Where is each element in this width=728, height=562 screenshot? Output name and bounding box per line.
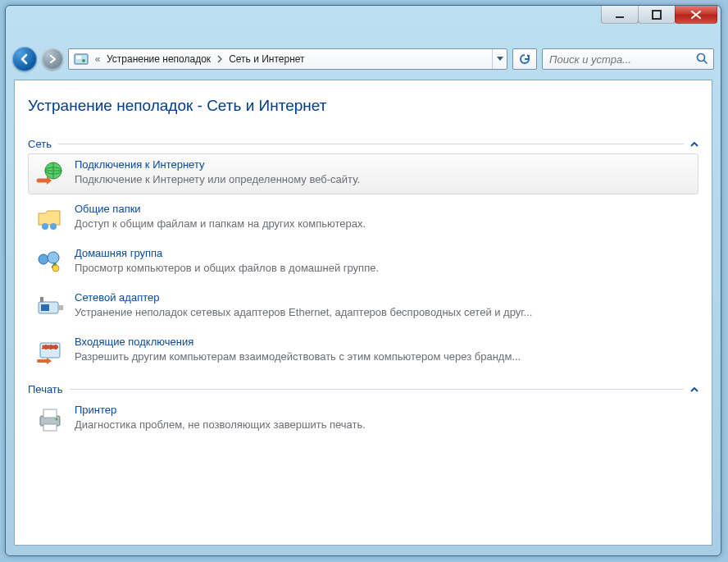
item-desc: Просмотр компьютеров и общих файлов в до…	[75, 261, 693, 275]
minimize-button[interactable]	[601, 6, 639, 24]
svg-line-6	[704, 60, 708, 63]
section-header-print[interactable]: Печать	[28, 383, 698, 395]
svg-point-12	[48, 252, 59, 263]
item-desc: Устранение неполадок сетевых адаптеров E…	[75, 305, 693, 319]
troubleshooter-network-adapter[interactable]: Сетевой адаптер Устранение неполадок сет…	[28, 286, 698, 327]
svg-rect-0	[616, 16, 624, 18]
svg-point-9	[42, 223, 48, 230]
svg-rect-3	[76, 56, 81, 59]
item-title: Подключения к Интернету	[75, 158, 693, 172]
back-button[interactable]	[12, 47, 37, 71]
section-divider	[70, 389, 684, 390]
breadcrumb-seg-2[interactable]: Сеть и Интернет	[224, 49, 309, 69]
globe-arrow-icon	[34, 158, 66, 190]
troubleshooter-shared-folders[interactable]: Общие папки Доступ к общим файлам и папк…	[28, 198, 698, 239]
content-pane: Устранение неполадок - Сеть и Интернет С…	[14, 80, 712, 546]
nav-row: « Устранение неполадок Сеть и Интернет	[12, 45, 714, 73]
item-title: Общие папки	[75, 202, 693, 217]
network-adapter-icon	[34, 290, 66, 323]
address-dropdown[interactable]	[492, 49, 507, 69]
svg-rect-19	[42, 345, 58, 350]
troubleshooter-incoming-connections[interactable]: Входящие подключения Разрешить другим ко…	[28, 331, 698, 372]
window-caption-buttons	[602, 6, 717, 24]
page-title: Устранение неполадок - Сеть и Интернет	[28, 97, 698, 115]
svg-rect-16	[58, 305, 63, 310]
page-body: Устранение неполадок - Сеть и Интернет С…	[15, 80, 712, 453]
maximize-button[interactable]	[638, 6, 676, 24]
item-desc: Подключение к Интернету или определенном…	[75, 172, 693, 186]
explorer-window: « Устранение неполадок Сеть и Интернет	[5, 5, 721, 556]
svg-point-10	[50, 223, 57, 230]
item-desc: Доступ к общим файлам и папкам на других…	[75, 217, 693, 231]
item-title: Принтер	[75, 403, 693, 418]
control-panel-icon	[72, 50, 90, 68]
forward-button[interactable]	[42, 48, 63, 70]
item-title: Домашняя группа	[75, 246, 693, 261]
search-icon[interactable]	[695, 52, 708, 67]
troubleshooter-homegroup[interactable]: Домашняя группа Просмотр компьютеров и о…	[28, 242, 698, 283]
search-box[interactable]	[542, 48, 714, 70]
svg-point-4	[82, 59, 85, 62]
section-label: Печать	[28, 383, 63, 395]
close-button[interactable]	[675, 6, 717, 24]
troubleshooter-internet-connections[interactable]: Подключения к Интернету Подключение к Ин…	[28, 153, 698, 194]
svg-rect-1	[653, 11, 661, 19]
breadcrumb-seg-1[interactable]: Устранение неполадок	[102, 49, 216, 69]
svg-rect-17	[40, 297, 43, 302]
troubleshooter-printer[interactable]: Принтер Диагностика проблем, не позволяю…	[28, 399, 698, 440]
section-header-network[interactable]: Сеть	[28, 138, 698, 150]
svg-rect-22	[43, 409, 57, 418]
breadcrumb-arrow-icon[interactable]	[216, 55, 224, 63]
section-divider	[58, 144, 684, 144]
item-title: Входящие подключения	[75, 335, 693, 350]
printer-icon	[34, 403, 66, 436]
item-desc: Диагностика проблем, не позволяющих заве…	[75, 418, 693, 432]
search-input[interactable]	[548, 53, 695, 66]
firewall-incoming-icon	[34, 335, 66, 368]
item-title: Сетевой адаптер	[75, 290, 693, 305]
item-desc: Разрешить другим компьютерам взаимодейст…	[75, 350, 693, 363]
svg-rect-23	[43, 424, 57, 431]
svg-point-11	[39, 254, 48, 264]
homegroup-icon	[34, 246, 66, 279]
breadcrumb-prev-icon[interactable]: «	[93, 53, 102, 65]
shared-folder-icon	[34, 202, 66, 235]
address-bar[interactable]: « Устранение неполадок Сеть и Интернет	[68, 48, 507, 70]
refresh-button[interactable]	[512, 48, 537, 70]
section-label: Сеть	[28, 138, 52, 150]
collapse-icon[interactable]	[690, 138, 698, 150]
collapse-icon[interactable]	[690, 383, 698, 395]
svg-rect-15	[41, 304, 49, 311]
svg-point-13	[52, 265, 59, 272]
svg-point-24	[56, 418, 58, 421]
